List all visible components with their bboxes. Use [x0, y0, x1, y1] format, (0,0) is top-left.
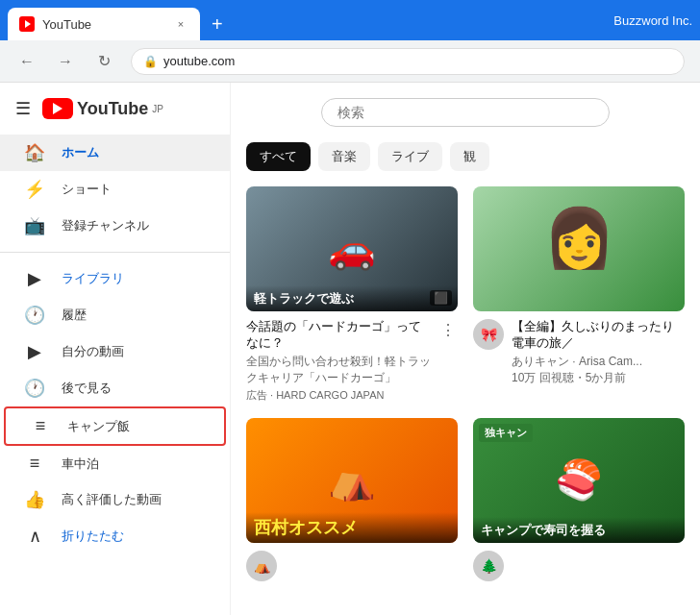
video-grid: 🚗 軽トラックで遊ぶ ⬛ 今話題の「ハードカーゴ」ってなに？ 全国から問い合わせ…: [246, 186, 685, 581]
history-icon: 🕐: [23, 305, 46, 326]
more-button-1[interactable]: ⋮: [438, 319, 458, 403]
carsleep-icon: ≡: [23, 454, 46, 474]
home-icon: 🏠: [23, 142, 46, 163]
badge-green-4: 独キャン: [479, 424, 533, 442]
hamburger-menu[interactable]: ☰: [15, 98, 31, 119]
youtube-logo-icon: [42, 98, 73, 119]
filter-chips: すべて 音楽 ライブ 観: [246, 142, 685, 171]
youtube-logo-text: YouTube: [77, 99, 148, 119]
collapse-icon: ∧: [23, 526, 46, 547]
ext-icon-1: ⬛: [430, 290, 452, 306]
video-meta-4: [512, 551, 685, 581]
tab-bar: YouTube × +: [8, 0, 610, 40]
sidebar-item-home[interactable]: 🏠 ホーム: [0, 135, 230, 171]
browser-chrome: YouTube × + Buzzword Inc.: [0, 0, 700, 40]
thumb-overlay-1: 軽トラックで遊ぶ: [246, 285, 458, 311]
sidebar-item-shorts[interactable]: ⚡ ショート: [0, 171, 230, 208]
sidebar-label-campfood: キャンプ飯: [67, 418, 130, 435]
video-thumb-1: 🚗 軽トラックで遊ぶ ⬛: [246, 186, 458, 311]
video-thumb-2: 👩: [473, 186, 685, 311]
sidebar-item-subscriptions[interactable]: 📺 登録チャンネル: [0, 208, 230, 244]
sidebar-label-history: 履歴: [62, 307, 87, 324]
thumb-overlay-4: キャンプで寿司を握る: [473, 517, 685, 543]
sidebar-item-history[interactable]: 🕐 履歴: [0, 297, 230, 333]
thumb-label-4: キャンプで寿司を握る: [481, 523, 606, 537]
search-area: [246, 98, 685, 127]
video-card-4[interactable]: 🍣 独キャン キャンプで寿司を握る 🌲: [473, 418, 685, 581]
sidebar-divider-1: [0, 252, 230, 253]
yt-header: ☰ YouTubeJP: [0, 90, 230, 135]
video-channel-2: ありキャン · Arisa Cam...: [512, 354, 685, 370]
subscriptions-icon: 📺: [23, 215, 46, 236]
tab-title: YouTube: [42, 17, 165, 32]
sidebar: ☰ YouTubeJP 🏠 ホーム ⚡ ショート 📺 登録チャンネル ▶ ライブ…: [0, 83, 231, 615]
myvideos-icon: ▶: [23, 341, 46, 362]
filter-chip-watch[interactable]: 観: [450, 142, 489, 171]
forward-button[interactable]: →: [54, 53, 77, 70]
video-info-row-2: 🎀 【全編】久しぶりのまったり電車の旅／ ありキャン · Arisa Cam..…: [473, 319, 685, 386]
thumb-overlay-3: 西村オススメ: [246, 512, 458, 543]
channel-avatar-3: ⛺: [246, 551, 277, 581]
back-button[interactable]: ←: [15, 53, 38, 70]
thumb-label-1: 軽トラックで遊ぶ: [254, 291, 354, 306]
lock-icon: 🔒: [143, 55, 158, 68]
video-meta-2: 【全編】久しぶりのまったり電車の旅／ ありキャン · Arisa Cam... …: [512, 319, 685, 386]
address-bar: ← → ↻ 🔒 youtube.com: [0, 40, 700, 83]
new-tab-button[interactable]: +: [204, 8, 231, 40]
sidebar-item-watchlater[interactable]: 🕐 後で見る: [0, 370, 230, 406]
video-info-row-3: ⛺: [246, 551, 458, 581]
sidebar-item-liked[interactable]: 👍 高く評価した動画: [0, 481, 230, 518]
video-desc-1: 全国から問い合わせ殺到！軽トラックキャリア「ハードカーゴ」: [246, 354, 431, 386]
main-content: すべて 音楽 ライブ 観 🚗 軽トラックで遊ぶ ⬛: [231, 83, 700, 615]
filter-chip-live[interactable]: ライブ: [378, 142, 442, 171]
search-input[interactable]: [321, 98, 610, 127]
video-meta-1: 今話題の「ハードカーゴ」ってなに？ 全国から問い合わせ殺到！軽トラックキャリア「…: [246, 319, 431, 403]
video-card-2[interactable]: 👩 🎀 【全編】久しぶりのまったり電車の旅／ ありキャン · Arisa Cam…: [473, 186, 685, 403]
video-thumb-4: 🍣 独キャン キャンプで寿司を握る: [473, 418, 685, 543]
video-stats-2: 10万 回視聴・5か月前: [512, 370, 685, 386]
sidebar-item-campfood[interactable]: ≡ キャンプ飯: [4, 406, 226, 446]
video-info-row-4: 🌲: [473, 551, 685, 581]
browser-profile: Buzzword Inc.: [613, 13, 692, 28]
video-title-2: 【全編】久しぶりのまったり電車の旅／: [512, 319, 685, 352]
youtube-logo-jp: JP: [152, 104, 163, 114]
sidebar-item-collapse[interactable]: ∧ 折りたたむ: [0, 518, 230, 554]
refresh-button[interactable]: ↻: [92, 52, 115, 70]
tab-favicon: [19, 16, 35, 32]
channel-avatar-4: 🌲: [473, 551, 504, 581]
sidebar-label-liked: 高く評価した動画: [62, 491, 162, 508]
youtube-logo[interactable]: YouTubeJP: [42, 98, 163, 119]
page: ☰ YouTubeJP 🏠 ホーム ⚡ ショート 📺 登録チャンネル ▶ ライブ…: [0, 83, 700, 615]
filter-chip-all[interactable]: すべて: [246, 142, 311, 171]
filter-chip-music[interactable]: 音楽: [318, 142, 370, 171]
tab-close-button[interactable]: ×: [173, 16, 188, 32]
video-card-3[interactable]: ⛺ 西村オススメ ⛺: [246, 418, 458, 581]
sidebar-label-shorts: ショート: [62, 181, 112, 198]
sidebar-label-home: ホーム: [62, 144, 99, 161]
video-thumb-3: ⛺ 西村オススメ: [246, 418, 458, 543]
thumb-label-3: 西村オススメ: [254, 518, 358, 537]
sidebar-label-library: ライブラリ: [62, 270, 124, 287]
url-text: youtube.com: [163, 54, 235, 68]
sidebar-label-collapse: 折りたたむ: [62, 528, 124, 545]
video-title-1: 今話題の「ハードカーゴ」ってなに？: [246, 319, 431, 352]
shorts-icon: ⚡: [23, 179, 46, 200]
sidebar-label-watchlater: 後で見る: [62, 380, 112, 397]
sidebar-item-myvideos[interactable]: ▶ 自分の動画: [0, 333, 230, 370]
watchlater-icon: 🕐: [23, 378, 46, 399]
library-icon: ▶: [23, 268, 46, 289]
active-tab[interactable]: YouTube ×: [8, 8, 200, 40]
video-info-row-1: 今話題の「ハードカーゴ」ってなに？ 全国から問い合わせ殺到！軽トラックキャリア「…: [246, 319, 458, 403]
sidebar-label-carsleep: 車中泊: [62, 455, 99, 473]
url-bar[interactable]: 🔒 youtube.com: [131, 48, 685, 75]
sidebar-item-carsleep[interactable]: ≡ 車中泊: [0, 446, 230, 481]
video-meta-3: [285, 551, 458, 581]
sidebar-label-myvideos: 自分の動画: [62, 343, 124, 360]
channel-avatar-2: 🎀: [473, 319, 504, 350]
sidebar-label-subscriptions: 登録チャンネル: [62, 217, 149, 234]
video-card-1[interactable]: 🚗 軽トラックで遊ぶ ⬛ 今話題の「ハードカーゴ」ってなに？ 全国から問い合わせ…: [246, 186, 458, 403]
liked-icon: 👍: [23, 489, 46, 510]
sidebar-item-library[interactable]: ▶ ライブラリ: [0, 260, 230, 297]
video-ad-1: 広告 · HARD CARGO JAPAN: [246, 388, 431, 403]
campfood-icon: ≡: [29, 416, 52, 436]
